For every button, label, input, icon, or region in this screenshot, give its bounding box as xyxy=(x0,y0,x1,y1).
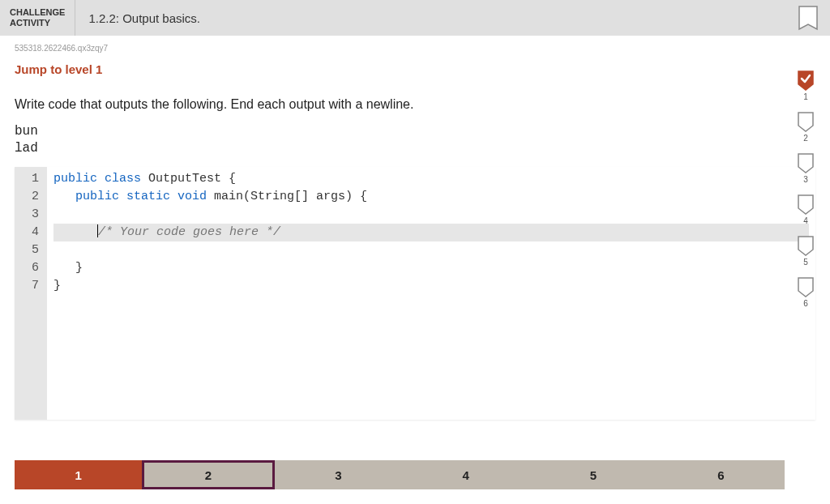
code-token: public class xyxy=(53,172,148,186)
line-number: 1 xyxy=(15,170,39,188)
progress-step-1[interactable]: 1 xyxy=(15,460,142,489)
line-number: 4 xyxy=(15,224,39,241)
level-node-2[interactable]: 2 xyxy=(797,111,815,143)
shield-check-icon xyxy=(797,70,815,91)
code-editor[interactable]: 1234567 public class OutputTest { public… xyxy=(15,167,815,420)
level-number: 6 xyxy=(803,299,808,308)
bookmark-button[interactable] xyxy=(796,5,820,34)
activity-header: CHALLENGE ACTIVITY 1.2.2: Output basics. xyxy=(0,0,830,36)
jump-to-level-link[interactable]: Jump to level 1 xyxy=(15,62,815,76)
level-node-5[interactable]: 5 xyxy=(797,235,815,267)
level-number: 3 xyxy=(803,175,808,184)
code-area[interactable]: public class OutputTest { public static … xyxy=(47,167,815,420)
activity-title: 1.2.2: Output basics. xyxy=(75,11,213,25)
code-line[interactable]: } xyxy=(53,259,809,277)
shield-icon xyxy=(797,111,815,132)
code-line[interactable]: /* Your code goes here */ xyxy=(53,224,809,241)
level-number: 5 xyxy=(803,258,808,267)
code-token: public static void xyxy=(75,190,214,203)
code-line[interactable]: public static void main(String[] args) { xyxy=(53,188,809,206)
code-line[interactable] xyxy=(53,241,809,259)
progress-step-2[interactable]: 2 xyxy=(142,460,274,489)
code-token: OutputTest { xyxy=(148,172,236,186)
code-line[interactable]: } xyxy=(53,277,809,295)
bookmark-icon xyxy=(796,5,820,34)
level-number: 2 xyxy=(803,134,808,143)
code-token xyxy=(53,225,97,239)
line-number-gutter: 1234567 xyxy=(15,167,47,420)
code-token: } xyxy=(53,261,83,275)
progress-step-6[interactable]: 6 xyxy=(657,460,785,489)
content-area: 535318.2622466.qx3zqy7 Jump to level 1 W… xyxy=(0,36,830,420)
line-number: 2 xyxy=(15,188,39,206)
progress-step-5[interactable]: 5 xyxy=(529,460,657,489)
code-token: main(String[] args) { xyxy=(214,190,367,203)
code-token: /* Your code goes here */ xyxy=(98,225,280,239)
code-token xyxy=(53,190,75,203)
level-number: 1 xyxy=(803,92,808,101)
code-line[interactable] xyxy=(53,206,809,224)
shield-icon xyxy=(797,194,815,215)
level-node-4[interactable]: 4 xyxy=(797,194,815,225)
level-node-3[interactable]: 3 xyxy=(797,152,815,184)
level-node-1[interactable]: 1 xyxy=(797,70,815,101)
challenge-label: CHALLENGE ACTIVITY xyxy=(0,0,75,36)
progress-step-4[interactable]: 4 xyxy=(402,460,529,489)
level-sidebar: 123456 xyxy=(794,70,817,308)
code-token: } xyxy=(53,279,61,293)
level-number: 4 xyxy=(803,216,808,225)
shield-icon xyxy=(797,152,815,173)
instructions-text: Write code that outputs the following. E… xyxy=(15,97,815,112)
line-number: 3 xyxy=(15,206,39,224)
code-line[interactable]: public class OutputTest { xyxy=(53,170,809,188)
line-number: 6 xyxy=(15,259,39,277)
shield-icon xyxy=(797,235,815,256)
line-number: 5 xyxy=(15,241,39,259)
level-node-6[interactable]: 6 xyxy=(797,276,815,308)
expected-output: bun lad xyxy=(15,123,815,157)
shield-icon xyxy=(797,276,815,297)
activity-id: 535318.2622466.qx3zqy7 xyxy=(15,44,815,53)
line-number: 7 xyxy=(15,277,39,295)
progress-step-3[interactable]: 3 xyxy=(275,460,402,489)
progress-navigation: 123456 xyxy=(15,460,785,489)
text-cursor xyxy=(97,224,98,237)
